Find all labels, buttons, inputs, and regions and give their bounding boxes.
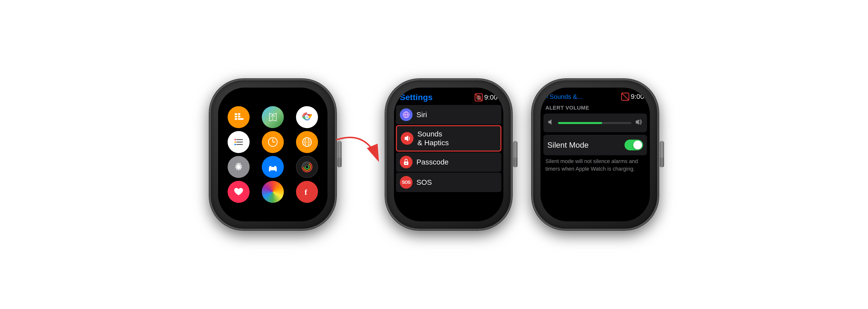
watch-3-wrapper: ‹ Sounds &... 9:00	[532, 79, 659, 230]
watch-1-button	[337, 158, 342, 167]
volume-slider-track[interactable]	[558, 122, 631, 124]
watch-3-mute-icon	[621, 93, 629, 101]
app-icon-chrome[interactable]	[296, 106, 318, 128]
settings-screen: Settings 📵 9:00	[394, 88, 503, 221]
svg-rect-28	[274, 166, 276, 167]
sounds-header: ‹ Sounds &... 9:00	[540, 88, 650, 104]
svg-line-49	[622, 93, 629, 100]
svg-point-10	[306, 116, 308, 118]
app-icon-activity[interactable]	[296, 156, 318, 178]
settings-list[interactable]: Siri Sounds& Haptics	[394, 105, 503, 221]
siri-label: Siri	[416, 110, 427, 119]
svg-rect-4	[235, 118, 237, 120]
siri-icon-circle	[400, 108, 412, 121]
status-area: 📵 9:00	[474, 93, 498, 102]
settings-item-siri[interactable]: Siri	[396, 105, 501, 125]
volume-low-icon	[547, 118, 555, 128]
silent-mode-description: Silent mode will not silence alarms and …	[544, 158, 647, 173]
back-chevron-icon: ‹	[546, 93, 549, 101]
watch-3-time: 9:00	[631, 93, 644, 101]
watch-3-screen: ‹ Sounds &... 9:00	[540, 88, 650, 221]
watch-1-case: f	[209, 79, 336, 230]
app-icon-siri[interactable]	[262, 181, 284, 203]
back-label: Sounds &...	[550, 93, 582, 101]
alert-volume-label: ALERT VOLUME	[544, 105, 647, 111]
svg-rect-1	[238, 113, 240, 115]
svg-point-11	[235, 139, 236, 140]
svg-rect-30	[275, 170, 277, 171]
watch-3-body: ‹ Sounds &... 9:00	[532, 79, 659, 230]
svg-point-47	[406, 163, 407, 164]
app-icon-clock[interactable]	[262, 131, 284, 153]
svg-rect-27	[269, 166, 271, 167]
watch-2-case: Settings 📵 9:00	[385, 79, 512, 230]
app-icon-reminders[interactable]	[228, 131, 250, 153]
app-icon-maps[interactable]	[262, 106, 284, 128]
sos-label: SOS	[416, 178, 432, 187]
settings-item-passcode[interactable]: Passcode	[396, 152, 501, 172]
silent-mode-label: Silent Mode	[547, 141, 589, 149]
app-icon-calculator[interactable]	[228, 106, 250, 128]
settings-header: Settings 📵 9:00	[394, 88, 503, 105]
watch-1-body: f	[209, 79, 336, 230]
sounds-icon-circle	[401, 132, 413, 145]
app-icon-settings[interactable]	[228, 156, 250, 178]
svg-rect-5	[238, 118, 244, 120]
sounds-detail-screen: ‹ Sounds &... 9:00	[540, 88, 650, 221]
watch-2-wrapper: Settings 📵 9:00	[385, 79, 512, 230]
silent-mode-toggle[interactable]	[624, 140, 643, 150]
watch-3-button	[660, 158, 664, 167]
watch-2-body: Settings 📵 9:00	[385, 79, 512, 230]
passcode-label: Passcode	[416, 158, 448, 167]
svg-text:f: f	[305, 188, 307, 197]
svg-marker-50	[548, 119, 552, 125]
app-icon-sleep[interactable]	[262, 156, 284, 178]
svg-rect-2	[235, 116, 237, 117]
svg-marker-51	[636, 119, 639, 125]
watch-2-time: 9:00	[484, 94, 498, 101]
main-container: f	[0, 0, 868, 309]
svg-rect-29	[269, 170, 270, 171]
app-icon-flipboard[interactable]: f	[296, 181, 318, 203]
svg-point-15	[235, 144, 236, 145]
silent-mode-row[interactable]: Silent Mode	[544, 135, 647, 155]
svg-rect-3	[238, 116, 240, 117]
settings-item-sos[interactable]: SOS SOS	[396, 173, 501, 192]
volume-slider-fill	[558, 122, 602, 124]
watch-3-case: ‹ Sounds &... 9:00	[532, 79, 659, 230]
toggle-knob	[633, 141, 642, 149]
app-grid-screen: f	[218, 88, 328, 221]
sounds-content: ALERT VOLUME	[540, 104, 650, 221]
volume-control[interactable]	[544, 113, 647, 132]
sounds-label: Sounds& Haptics	[417, 130, 448, 147]
settings-title: Settings	[400, 93, 433, 102]
volume-high-icon	[635, 118, 643, 128]
sos-icon-circle: SOS	[400, 176, 412, 189]
watch-2-screen: Settings 📵 9:00	[394, 88, 503, 221]
mute-phone-icon: 📵	[474, 93, 483, 102]
svg-rect-26	[269, 167, 277, 170]
settings-item-sounds[interactable]: Sounds& Haptics	[396, 125, 501, 151]
watch-2-button	[513, 158, 518, 167]
passcode-icon-circle	[400, 156, 412, 168]
watch-1-wrapper: f	[209, 79, 336, 230]
svg-point-13	[235, 141, 236, 143]
app-grid: f	[218, 101, 328, 208]
svg-rect-0	[235, 113, 237, 115]
watch-3-status: 9:00	[621, 93, 644, 101]
watch-1-screen: f	[218, 88, 328, 221]
app-icon-heart[interactable]	[228, 181, 250, 203]
app-icon-globe[interactable]	[296, 131, 318, 153]
svg-marker-45	[405, 135, 408, 141]
sos-text: SOS	[402, 180, 410, 185]
back-button[interactable]: ‹ Sounds &...	[546, 93, 583, 101]
